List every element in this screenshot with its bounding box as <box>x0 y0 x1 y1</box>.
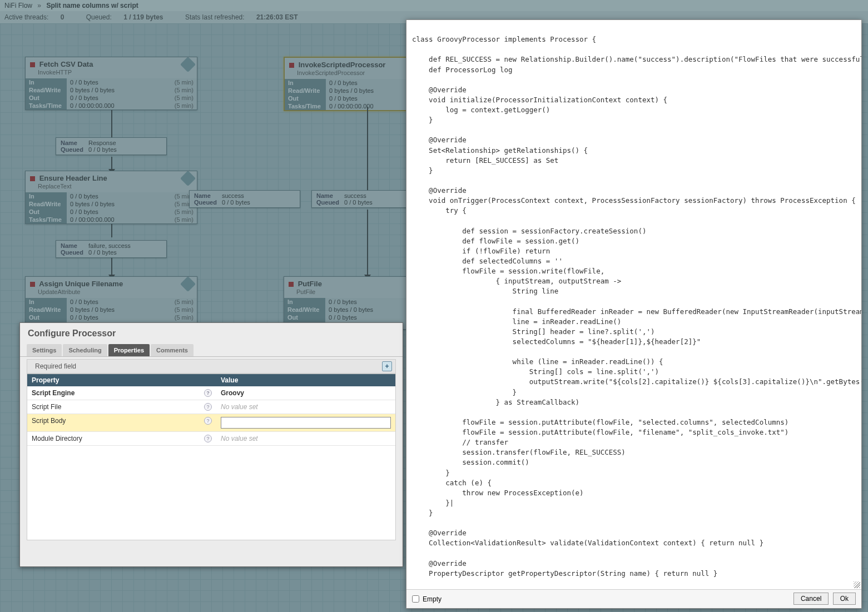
help-icon[interactable]: ? <box>204 403 212 411</box>
prop-name: Module Directory <box>32 435 82 442</box>
table-row[interactable]: Module Directory? No value set <box>27 432 395 446</box>
script-editor-dialog: class GroovyProcessor implements Process… <box>406 19 862 609</box>
table-row[interactable]: Script File? No value set <box>27 400 395 414</box>
ok-button[interactable]: Ok <box>833 593 856 605</box>
prop-value-input[interactable] <box>221 417 391 429</box>
column-property: Property <box>27 374 216 386</box>
script-textarea[interactable]: class GroovyProcessor implements Process… <box>406 20 861 589</box>
table-row-selected[interactable]: Script Body? <box>27 414 395 432</box>
table-row[interactable]: Script Engine? Groovy <box>27 386 395 400</box>
tab-settings[interactable]: Settings <box>27 344 62 356</box>
help-icon[interactable]: ? <box>204 435 212 442</box>
empty-checkbox[interactable] <box>412 595 419 603</box>
prop-name: Script Body <box>32 417 66 425</box>
editor-footer: Empty Cancel Ok <box>406 589 861 608</box>
empty-label: Empty <box>423 595 442 603</box>
properties-table: Property Value Script Engine? Groovy Scr… <box>27 374 396 540</box>
tab-bar: Settings Scheduling Properties Comments <box>20 344 403 357</box>
prop-value-empty: No value set <box>221 435 258 442</box>
help-icon[interactable]: ? <box>204 417 212 425</box>
resize-handle-icon[interactable] <box>854 581 860 588</box>
prop-value: Groovy <box>221 389 244 397</box>
tab-scheduling[interactable]: Scheduling <box>63 344 107 356</box>
tab-comments[interactable]: Comments <box>151 344 194 356</box>
add-property-button[interactable]: + <box>382 361 392 371</box>
required-field-bar: Required field + <box>27 359 396 374</box>
required-field-label: Required field <box>35 362 76 370</box>
prop-name: Script File <box>32 403 61 411</box>
dialog-title: Configure Processor <box>20 323 403 344</box>
cancel-button[interactable]: Cancel <box>793 593 829 605</box>
help-icon[interactable]: ? <box>204 389 212 397</box>
column-value: Value <box>216 374 395 386</box>
prop-value-empty: No value set <box>221 403 258 411</box>
prop-name: Script Engine <box>32 389 75 397</box>
configure-processor-dialog: Configure Processor Settings Scheduling … <box>19 322 403 567</box>
tab-properties[interactable]: Properties <box>108 344 150 356</box>
